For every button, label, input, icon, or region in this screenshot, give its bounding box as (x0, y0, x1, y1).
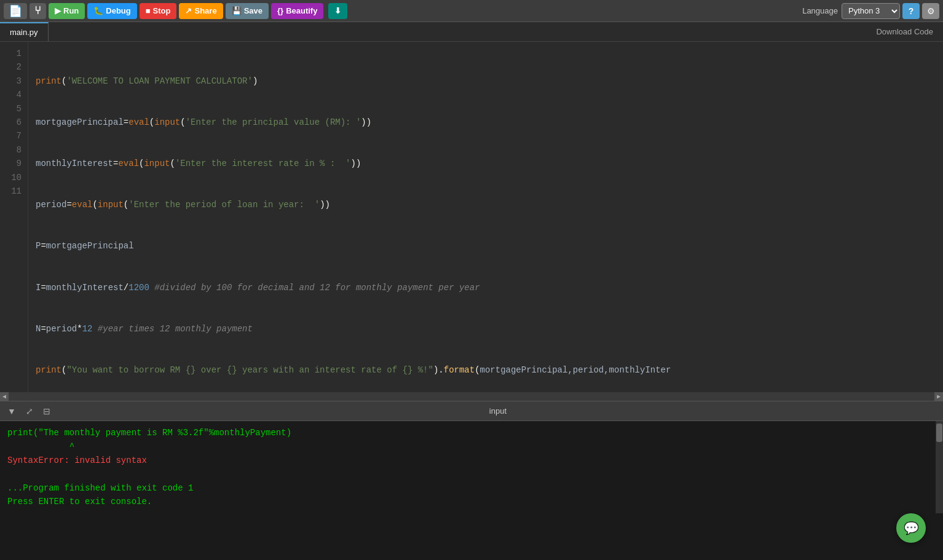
terminal-icon: ⊟ (43, 406, 50, 416)
save-label: Save (244, 6, 262, 15)
fork-icon: ⑂ (34, 4, 41, 17)
fork-button[interactable]: ⑂ (30, 3, 46, 19)
language-section: Language Python 3 Python 2 JavaScript Ja… (802, 3, 900, 19)
bug-icon: 🐛 (93, 6, 103, 15)
line-num-1: 1 (0, 47, 28, 60)
scroll-track[interactable] (9, 394, 934, 399)
chat-button[interactable]: 💬 (896, 513, 926, 543)
debug-label: Debug (106, 6, 130, 15)
console-line-2: ^ (7, 441, 74, 451)
console-main: print("The monthly payment is RM %3.2f"%… (0, 421, 936, 513)
info-icon (909, 6, 914, 16)
language-select[interactable]: Python 3 Python 2 JavaScript Java C++ (842, 3, 900, 19)
line-num-5: 5 (0, 102, 28, 116)
save-button[interactable]: 💾 Save (226, 3, 269, 19)
code-line-1: print('WELCOME TO LOAN PAYMENT CALCULATO… (36, 74, 943, 88)
line-num-9: 9 (0, 157, 28, 170)
console-title: input (58, 406, 938, 416)
console-scrollbar[interactable] (936, 421, 943, 513)
stop-button[interactable]: ■ Stop (140, 3, 177, 19)
run-button[interactable]: Run (49, 3, 85, 19)
console-panel: ▼ ⤢ ⊟ input print("The monthly payment i… (0, 401, 943, 560)
console-line-3: SyntaxError: invalid syntax (7, 455, 147, 465)
run-label: Run (63, 6, 79, 15)
line-num-4: 4 (0, 88, 28, 101)
share-icon: ↗ (185, 6, 192, 15)
stop-label: Stop (153, 6, 171, 15)
download-code-button[interactable]: Download Code (866, 27, 943, 36)
console-content-row: print("The monthly payment is RM %3.2f"%… (0, 421, 943, 513)
toolbar: 📄 ⑂ Run 🐛 Debug ■ Stop ↗ Share 💾 Save {}… (0, 0, 943, 22)
code-line-2: mortgagePrincipal=eval(input('Enter the … (36, 116, 943, 129)
tab-bar: main.py Download Code (0, 22, 943, 42)
tab-main-py[interactable]: main.py (0, 22, 49, 41)
debug-button[interactable]: 🐛 Debug (87, 3, 136, 19)
language-label: Language (802, 6, 838, 15)
code-line-4: period=eval(input('Enter the period of l… (36, 198, 943, 211)
gear-icon (927, 6, 935, 16)
line-numbers: 1 2 3 4 5 6 7 8 9 10 11 (0, 42, 28, 392)
line-num-6: 6 (0, 116, 28, 129)
console-line-5: ...Program finished with exit code 1 (7, 483, 193, 493)
beautify-button[interactable]: {} Beautify (271, 3, 323, 19)
code-line-5: P=mortgagePrincipal (36, 239, 943, 253)
editor-area: 1 2 3 4 5 6 7 8 9 10 11 print('WELCOME T… (0, 42, 943, 392)
share-button[interactable]: ↗ Share (179, 3, 223, 19)
code-line-7: N=period*12 #year times 12 monthly payme… (36, 322, 943, 336)
line-num-8: 8 (0, 143, 28, 157)
beautify-icon: {} (277, 6, 283, 15)
line-num-3: 3 (0, 74, 28, 88)
line-num-2: 2 (0, 60, 28, 74)
code-line-3: monthlyInterest=eval(input('Enter the in… (36, 157, 943, 170)
download-icon: ⬇ (334, 6, 341, 15)
download-code-label: Download Code (876, 27, 933, 36)
info-button[interactable] (902, 3, 920, 19)
console-scroll-thumb[interactable] (936, 424, 942, 442)
console-expand-button[interactable]: ⤢ (23, 405, 36, 417)
tab-label: main.py (10, 28, 38, 37)
scroll-right-button[interactable]: ▶ (934, 392, 943, 401)
expand-icon: ⤢ (26, 406, 33, 416)
file-button[interactable]: 📄 (4, 3, 27, 19)
horizontal-scrollbar: ◀ ▶ (0, 392, 943, 401)
settings-button[interactable] (922, 3, 939, 19)
chat-icon: 💬 (904, 521, 919, 536)
code-line-6: I=monthlyInterest/1200 #divided by 100 f… (36, 281, 943, 294)
code-editor[interactable]: print('WELCOME TO LOAN PAYMENT CALCULATO… (28, 42, 943, 392)
stop-icon: ■ (146, 6, 151, 15)
console-output[interactable]: print("The monthly payment is RM %3.2f"%… (0, 421, 936, 513)
console-collapse-button[interactable]: ▼ (5, 405, 18, 417)
line-num-11: 11 (0, 184, 28, 198)
console-line-6: Press ENTER to exit console. (7, 497, 152, 507)
line-num-7: 7 (0, 129, 28, 143)
scroll-left-button[interactable]: ◀ (0, 392, 9, 401)
line-num-10: 10 (0, 171, 28, 184)
share-label: Share (194, 6, 216, 15)
play-icon (55, 6, 61, 15)
console-header: ▼ ⤢ ⊟ input (0, 401, 943, 421)
file-icon: 📄 (9, 4, 22, 18)
chevron-down-icon: ▼ (7, 406, 16, 416)
console-line-1: print("The monthly payment is RM %3.2f"%… (7, 428, 291, 438)
console-extra-button[interactable]: ⊟ (41, 405, 53, 417)
save-icon: 💾 (232, 6, 242, 15)
beautify-label: Beautify (286, 6, 317, 15)
code-line-8: print("You want to borrow RM {} over {} … (36, 363, 943, 377)
download-icon-button[interactable]: ⬇ (328, 3, 347, 19)
